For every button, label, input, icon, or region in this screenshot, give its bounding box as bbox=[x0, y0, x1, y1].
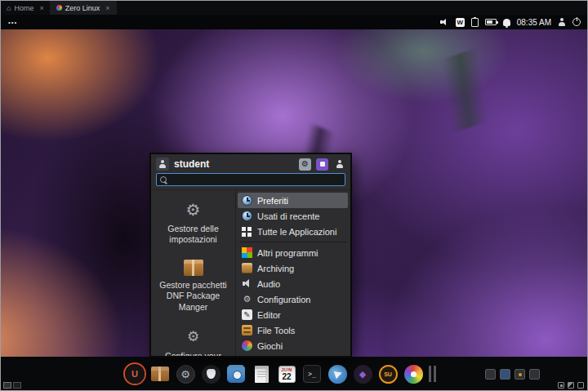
lock-icon bbox=[320, 162, 325, 167]
workspace-1[interactable] bbox=[3, 382, 11, 389]
favorites-clock-icon bbox=[242, 195, 252, 206]
terminal-icon: >_ bbox=[303, 365, 321, 383]
category-label: Preferiti bbox=[257, 196, 288, 206]
user-avatar bbox=[156, 158, 169, 171]
app-item-label: Configure your bbox=[165, 351, 221, 356]
tray-app-icon-3[interactable] bbox=[514, 369, 525, 380]
category-label: Configuration bbox=[257, 295, 310, 304]
search-icon bbox=[160, 176, 167, 184]
system-tray: W 08:35 AM bbox=[440, 18, 581, 27]
clock-time[interactable]: 08:35 AM bbox=[517, 18, 551, 27]
home-icon: ⌂ bbox=[7, 4, 11, 12]
tab-zero-linux-label: Zero Linux bbox=[65, 4, 100, 12]
dock-su-app[interactable]: SU bbox=[378, 364, 398, 384]
dock-screenshot[interactable] bbox=[226, 364, 246, 384]
corner-icon-2[interactable] bbox=[568, 382, 574, 389]
workspace-switcher bbox=[3, 382, 21, 389]
clipboard-icon[interactable] bbox=[471, 18, 479, 27]
app-item-configure[interactable]: ⚙ Configure your bbox=[165, 327, 221, 356]
workspace-2[interactable] bbox=[13, 382, 21, 389]
tab-close-icon[interactable]: × bbox=[105, 4, 109, 12]
dock-package[interactable] bbox=[150, 364, 170, 384]
menu-settings-button[interactable]: ⚙ bbox=[299, 158, 311, 171]
category-editor[interactable]: ✎ Editor bbox=[238, 307, 348, 322]
panel-menu-dots[interactable]: ••• bbox=[8, 19, 17, 26]
tray-app-icon-2[interactable] bbox=[500, 369, 510, 380]
dock: U ⚙ JUN 22 > bbox=[125, 364, 436, 384]
category-label: Editor bbox=[257, 310, 281, 320]
games-icon bbox=[242, 340, 252, 351]
category-file-tools[interactable]: File Tools bbox=[238, 322, 348, 338]
dock-u-logo[interactable]: U bbox=[125, 364, 145, 384]
speaker-icon bbox=[242, 278, 252, 289]
tray-app-icon-4[interactable] bbox=[529, 369, 540, 380]
search-box[interactable] bbox=[156, 173, 345, 186]
app-item-settings-manager[interactable]: ⚙ Gestore delle impostazioni bbox=[156, 200, 230, 245]
wine-tray-icon[interactable]: W bbox=[456, 18, 465, 27]
app-item-dnf-package-manager[interactable]: Gestore pacchetti DNF Package Manger bbox=[156, 260, 230, 312]
recent-clock-icon bbox=[242, 211, 252, 221]
category-divider bbox=[239, 242, 346, 242]
gear-icon: ⚙ bbox=[176, 365, 195, 384]
dock-calendar[interactable]: JUN 22 bbox=[277, 364, 296, 384]
configure-icon: ⚙ bbox=[184, 327, 203, 347]
person-icon bbox=[336, 160, 344, 168]
corner-icon-3[interactable] bbox=[577, 382, 584, 389]
diamond-icon: ◆ bbox=[354, 365, 372, 384]
corner-icons bbox=[558, 382, 584, 389]
other-programs-icon bbox=[242, 247, 252, 258]
category-audio[interactable]: Audio bbox=[238, 276, 348, 291]
menu-username: student bbox=[174, 158, 294, 170]
category-label: Altri programmi bbox=[257, 248, 318, 258]
calendar-day: 22 bbox=[282, 372, 291, 381]
desktop-bottom-panel: U ⚙ JUN 22 > bbox=[1, 357, 587, 390]
battery-icon[interactable] bbox=[485, 19, 497, 25]
dock-document[interactable] bbox=[252, 364, 271, 384]
category-label: Archiving bbox=[257, 264, 294, 273]
tab-zero-linux[interactable]: Zero Linux × bbox=[51, 1, 117, 15]
tab-home[interactable]: ⌂ Home × bbox=[1, 1, 51, 15]
tab-home-label: Home bbox=[14, 4, 33, 12]
screenshot-icon bbox=[227, 365, 245, 383]
category-label: Giochi bbox=[257, 341, 283, 351]
menu-category-list: Preferiti Usati di recente Tutte le Appl… bbox=[236, 190, 350, 356]
volume-icon[interactable] bbox=[440, 18, 449, 27]
dock-separator bbox=[429, 366, 436, 382]
dock-terminal[interactable]: >_ bbox=[302, 364, 322, 384]
category-configuration[interactable]: ⚙ Configuration bbox=[238, 291, 348, 307]
power-icon[interactable] bbox=[572, 18, 581, 26]
category-preferiti[interactable]: Preferiti bbox=[238, 193, 348, 208]
user-session-icon[interactable] bbox=[558, 18, 566, 26]
search-input[interactable] bbox=[171, 176, 341, 184]
menu-lock-button[interactable] bbox=[316, 158, 328, 171]
dock-paint-app[interactable] bbox=[403, 364, 423, 384]
menu-app-results: ⚙ Gestore delle impostazioni Gestore pac… bbox=[151, 190, 236, 356]
menu-search-area bbox=[151, 173, 350, 189]
tab-close-icon[interactable]: × bbox=[39, 4, 43, 12]
category-tutte-le-applicazioni[interactable]: Tutte le Applicazioni bbox=[238, 224, 348, 239]
category-usati-di-recente[interactable]: Usati di recente bbox=[238, 208, 348, 224]
corner-icon-1[interactable] bbox=[558, 382, 564, 389]
category-archiving[interactable]: Archiving bbox=[238, 260, 348, 276]
pencil-icon: ✎ bbox=[242, 309, 252, 320]
gear-icon: ⚙ bbox=[301, 160, 309, 168]
tray-app-icon-1[interactable] bbox=[485, 369, 496, 380]
category-altri-programmi[interactable]: Altri programmi bbox=[238, 245, 348, 260]
desktop-top-panel: ••• W 08:35 AM bbox=[1, 15, 587, 29]
category-giochi[interactable]: Giochi bbox=[238, 338, 348, 353]
u-logo-icon: U bbox=[126, 365, 145, 384]
category-label: Usati di recente bbox=[257, 211, 319, 221]
dock-dark-app[interactable]: ◆ bbox=[353, 364, 372, 384]
category-label: Audio bbox=[257, 279, 280, 289]
package-icon bbox=[184, 260, 203, 276]
settings-manager-icon: ⚙ bbox=[184, 200, 203, 220]
dock-blue-app[interactable] bbox=[327, 364, 347, 384]
taskbar-mini-tray bbox=[485, 369, 540, 380]
notifications-bell-icon[interactable] bbox=[503, 19, 510, 26]
application-menu: student ⚙ ⚙ Gestore delle impostazioni G… bbox=[149, 153, 352, 358]
dock-plectrum-app[interactable] bbox=[201, 364, 220, 384]
menu-user-button[interactable] bbox=[333, 158, 345, 171]
dock-settings[interactable]: ⚙ bbox=[176, 364, 195, 384]
drawer-icon bbox=[242, 325, 252, 335]
category-label: File Tools bbox=[257, 326, 295, 335]
